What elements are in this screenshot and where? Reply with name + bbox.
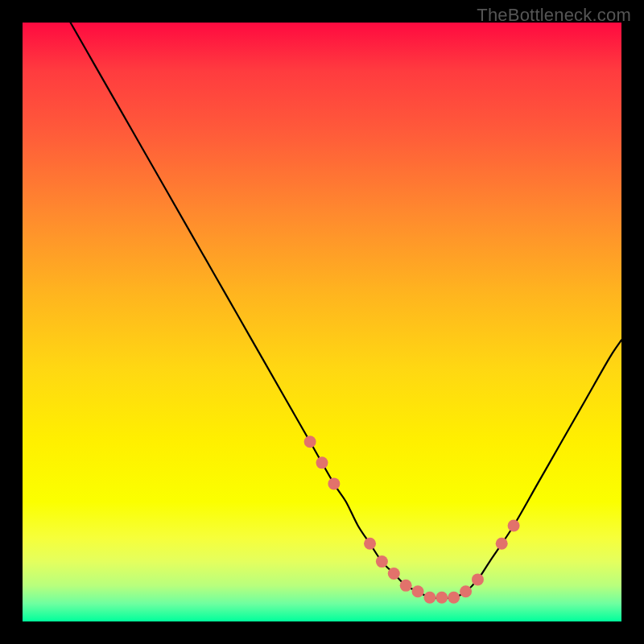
marker-point (316, 456, 328, 469)
marker-point (328, 477, 340, 489)
marker-point (472, 573, 484, 585)
highlight-markers (304, 436, 520, 603)
marker-point (436, 592, 448, 604)
curve-svg (23, 23, 621, 621)
plot-area (23, 23, 621, 621)
marker-point (423, 592, 436, 604)
marker-point (400, 580, 412, 592)
marker-point (304, 436, 316, 448)
marker-point (508, 519, 520, 531)
marker-point (412, 585, 424, 597)
marker-point (376, 555, 388, 568)
marker-point (460, 585, 472, 597)
marker-point (364, 538, 376, 550)
marker-point (496, 538, 508, 550)
chart-stage: TheBottleneck.com (0, 0, 644, 644)
marker-point (448, 592, 460, 604)
bottleneck-curve (71, 23, 621, 598)
marker-point (388, 568, 400, 580)
